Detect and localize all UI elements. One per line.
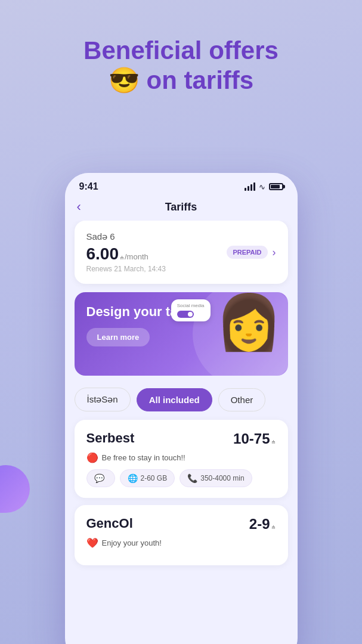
decorative-shape: [0, 465, 30, 513]
prepaid-badge: PREPAID: [227, 246, 267, 259]
plan-gencol-header: GencOl 2-9 ₼: [86, 516, 276, 532]
plan-gencol-icon: ❤️: [86, 537, 98, 549]
tariff-price-unit: ₼/month: [120, 252, 148, 261]
plan-serbest-price-unit: ₼: [271, 436, 276, 445]
learn-more-button[interactable]: Learn more: [86, 328, 150, 346]
plan-serbest-desc: 🔴 Be free to stay in touch!!: [86, 452, 276, 463]
data-icon: 🌐: [128, 473, 138, 483]
battery-fill: [271, 185, 280, 188]
filter-tab-other[interactable]: Other: [218, 388, 266, 411]
plan-serbest-features: 💬 🌐 2-60 GB 📞 350-4000 min: [86, 469, 276, 487]
phone-content: Sadə 6 6.00 ₼/month Renews 21 March, 14:…: [65, 221, 298, 572]
status-bar: 9:41 ∿: [65, 173, 298, 196]
plan-gencol-desc: ❤️ Enjoy your youth!: [86, 537, 276, 549]
feature-data-label: 2-60 GB: [141, 474, 168, 482]
filter-tab-istesin[interactable]: İstəSən: [75, 388, 131, 411]
hero-title-line1: Beneficial offers: [83, 36, 279, 64]
signal-icon: [245, 182, 255, 191]
plan-card-gencol[interactable]: GencOl 2-9 ₼ ❤️ Enjoy your youth!: [75, 505, 288, 565]
plan-card-serbest[interactable]: Serbest 10-75 ₼ 🔴 Be free to stay in tou…: [75, 420, 288, 498]
banner-person-image: 👩: [215, 295, 282, 349]
status-time: 9:41: [79, 181, 98, 192]
plan-gencol-desc-text: Enjoy your youth!: [102, 538, 162, 547]
plan-serbest-desc-text: Be free to stay in touch!!: [102, 453, 185, 462]
battery-icon: [269, 183, 283, 190]
tariff-name: Sadə 6: [86, 231, 166, 242]
toggle-track: [177, 311, 194, 318]
widget-label: Social media: [177, 303, 205, 308]
hero-title-line2: on tariffs: [147, 66, 254, 94]
nav-bar: ‹ Tariffs: [65, 196, 298, 221]
hero-emoji: 😎: [109, 66, 140, 94]
nav-title: Tariffs: [165, 201, 197, 213]
plan-gencol-price-unit: ₼: [271, 521, 276, 531]
plan-serbest-header: Serbest 10-75 ₼: [86, 431, 276, 447]
filter-tabs: İstəSən All included Other: [75, 384, 288, 420]
tariff-price-value: 6.00: [86, 244, 119, 264]
banner-widget: Social media: [171, 299, 211, 321]
wifi-icon: ∿: [259, 182, 265, 191]
status-icons: ∿: [245, 182, 283, 191]
tariff-card-left: Sadə 6 6.00 ₼/month Renews 21 March, 14:…: [86, 231, 166, 273]
design-tariff-banner[interactable]: Design your tariff Learn more Social med…: [75, 292, 288, 376]
feature-chip-whatsapp: 💬: [86, 469, 115, 487]
tariff-renew: Renews 21 March, 14:43: [86, 265, 166, 273]
plan-gencol-price-value: 2-9: [249, 516, 270, 532]
plan-serbest-icon: 🔴: [86, 452, 98, 463]
plan-serbest-name: Serbest: [86, 431, 135, 446]
tariff-price: 6.00 ₼/month: [86, 244, 166, 264]
hero-section: Beneficial offers 😎 on tariffs: [0, 0, 362, 108]
whatsapp-icon: 💬: [94, 473, 104, 483]
feature-chip-data: 🌐 2-60 GB: [120, 469, 175, 487]
feature-chip-minutes: 📞 350-4000 min: [180, 469, 252, 487]
chevron-right-icon: ›: [273, 246, 276, 259]
feature-minutes-label: 350-4000 min: [200, 474, 244, 482]
tariff-card-right: PREPAID ›: [227, 246, 276, 259]
plan-gencol-name: GencOl: [86, 516, 133, 531]
plan-gencol-price: 2-9 ₼: [249, 516, 276, 532]
phone-mockup: 9:41 ∿ ‹ Tariffs Sadə 6 6.00 ₼/month R: [65, 173, 298, 644]
current-tariff-card[interactable]: Sadə 6 6.00 ₼/month Renews 21 March, 14:…: [75, 221, 288, 284]
plan-serbest-price-value: 10-75: [233, 431, 270, 447]
hero-title: Beneficial offers 😎 on tariffs: [24, 36, 338, 96]
plan-serbest-price: 10-75 ₼: [233, 431, 276, 447]
toggle-knob: [188, 312, 193, 317]
filter-tab-all-included[interactable]: All included: [137, 388, 212, 411]
back-button[interactable]: ‹: [77, 200, 81, 213]
widget-toggle: [177, 311, 205, 318]
phone-icon: 📞: [187, 473, 197, 483]
